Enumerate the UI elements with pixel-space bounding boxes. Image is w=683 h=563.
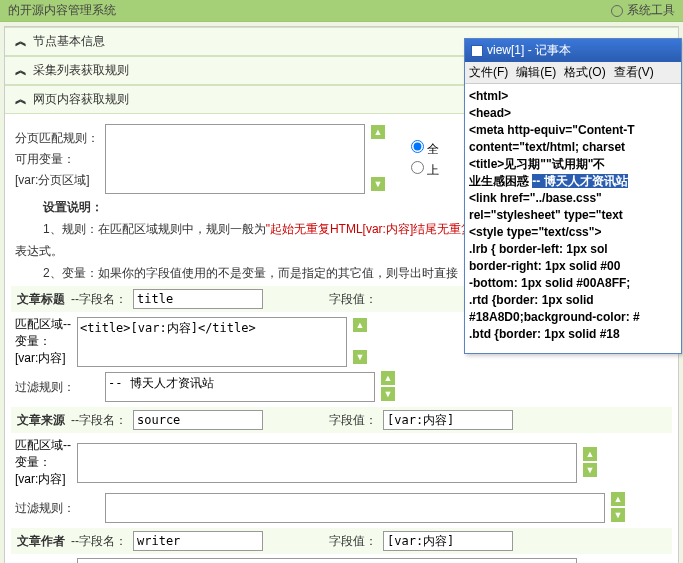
spin-up-icon[interactable]: ▲ <box>353 318 367 332</box>
title-area-textarea[interactable]: <title>[var:内容]</title> <box>77 317 347 367</box>
app-title: 的开源内容管理系统 <box>8 2 116 19</box>
notepad-body[interactable]: <html> <head> <meta http-equiv="Content-… <box>465 84 681 347</box>
spinner: ▲▼ <box>371 125 385 193</box>
title-filter-textarea[interactable]: -- 博天人才资讯站 <box>105 372 375 402</box>
notepad-window[interactable]: view[1] - 记事本 文件(F) 编辑(E) 格式(O) 查看(V) <h… <box>464 38 682 354</box>
spin-up-icon[interactable]: ▲ <box>611 492 625 506</box>
radio-all[interactable]: 全 <box>411 140 439 158</box>
chevron-up-icon: ︽ <box>15 62 27 79</box>
spin-down-icon[interactable]: ▼ <box>371 177 385 191</box>
section-source-header: 文章来源--字段名： 字段值： <box>11 407 672 433</box>
paging-rule-textarea[interactable] <box>105 124 365 194</box>
menu-view[interactable]: 查看(V) <box>614 64 654 81</box>
radio-up[interactable]: 上 <box>411 161 439 179</box>
spin-down-icon[interactable]: ▼ <box>611 508 625 522</box>
source-fieldvalue-input[interactable] <box>383 410 513 430</box>
var-value: [var:内容] <box>15 350 71 367</box>
chevron-up-icon: ︽ <box>15 91 27 108</box>
spin-down-icon[interactable]: ▼ <box>353 350 367 364</box>
notepad-titlebar[interactable]: view[1] - 记事本 <box>465 39 681 62</box>
desc-header: 设置说明： <box>43 200 103 214</box>
top-bar: 的开源内容管理系统 系统工具 <box>0 0 683 22</box>
paging-var-label: 可用变量： <box>15 151 99 168</box>
spin-up-icon[interactable]: ▲ <box>583 447 597 461</box>
source-fieldname-input[interactable] <box>133 410 263 430</box>
spin-down-icon[interactable]: ▼ <box>381 387 395 401</box>
filter-label: 过滤规则： <box>15 379 99 396</box>
menu-file[interactable]: 文件(F) <box>469 64 508 81</box>
writer-area-textarea[interactable] <box>77 558 577 563</box>
section-writer-header: 文章作者--字段名： 字段值： <box>11 528 672 554</box>
writer-fieldvalue-input[interactable] <box>383 531 513 551</box>
system-tool-button[interactable]: 系统工具 <box>611 2 675 19</box>
var-label: 变量： <box>15 333 71 350</box>
notepad-icon <box>471 45 483 57</box>
menu-edit[interactable]: 编辑(E) <box>516 64 556 81</box>
title-fieldname-input[interactable] <box>133 289 263 309</box>
spin-down-icon[interactable]: ▼ <box>583 463 597 477</box>
spin-up-icon[interactable]: ▲ <box>381 371 395 385</box>
gear-icon <box>611 5 623 17</box>
paging-var-value: [var:分页区域] <box>15 172 99 189</box>
writer-fieldname-input[interactable] <box>133 531 263 551</box>
spin-up-icon[interactable]: ▲ <box>371 125 385 139</box>
chevron-up-icon: ︽ <box>15 33 27 50</box>
menu-format[interactable]: 格式(O) <box>564 64 605 81</box>
source-filter-textarea[interactable] <box>105 493 605 523</box>
source-area-textarea[interactable] <box>77 443 577 483</box>
paging-rule-label: 分页匹配规则： <box>15 130 99 147</box>
match-area-label: 匹配区域-- <box>15 316 71 333</box>
notepad-menubar: 文件(F) 编辑(E) 格式(O) 查看(V) <box>465 62 681 84</box>
notepad-selection: -- 博天人才资讯站 <box>532 174 627 188</box>
